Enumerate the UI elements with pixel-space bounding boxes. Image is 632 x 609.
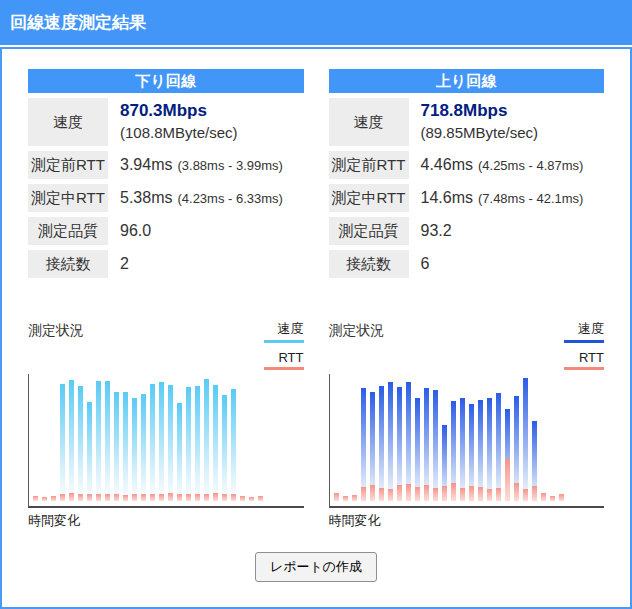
chart-slot — [505, 374, 510, 506]
chart-slot — [541, 374, 546, 506]
chart-slot — [204, 374, 209, 506]
chart-slot — [222, 374, 227, 506]
rtt-bar — [424, 485, 429, 501]
panel-upload: 上り回線速度718.8Mbps(89.85MByte/sec)測定前RTT4.4… — [329, 69, 605, 530]
speed-bar — [379, 386, 384, 504]
speed-bar — [150, 384, 155, 504]
rtt-bar — [249, 497, 254, 501]
chart-slot — [397, 374, 402, 506]
rtt-bar — [195, 494, 200, 501]
rtt-bar — [141, 494, 146, 501]
rtt-bar — [487, 489, 492, 501]
rtt-bar — [505, 459, 510, 501]
rtt-bar — [442, 486, 447, 501]
chart-slot — [424, 374, 429, 506]
stat-value: 14.6ms(7.48ms - 42.1ms) — [409, 184, 584, 212]
chart-slot — [496, 374, 501, 506]
stat-row: 速度870.3Mbps(108.8MByte/sec) — [28, 98, 304, 146]
rtt-bar — [550, 496, 555, 501]
chart-slot — [60, 374, 65, 506]
rtt-bar — [186, 494, 191, 501]
result-columns: 下り回線速度870.3Mbps(108.8MByte/sec)測定前RTT3.9… — [2, 49, 630, 530]
stat-label: 速度 — [329, 98, 409, 146]
stat-label: 速度 — [28, 98, 108, 146]
rtt-bar — [42, 497, 47, 501]
stat-label: 測定中RTT — [28, 184, 108, 212]
chart-slot — [559, 374, 564, 506]
legend-item: RTT — [564, 350, 604, 370]
rtt-bar — [123, 495, 128, 501]
speed-bar — [177, 403, 182, 504]
stat-value: 6 — [409, 250, 430, 278]
stat-main-value: 5.38ms — [120, 189, 172, 207]
stat-range-value: (4.23ms - 6.33ms) — [177, 191, 282, 206]
title-bar: 回線速度測定結果 — [0, 0, 632, 45]
rtt-bar — [532, 486, 537, 501]
content-panel: 下り回線速度870.3Mbps(108.8MByte/sec)測定前RTT3.9… — [0, 47, 632, 609]
chart-slot — [69, 374, 74, 506]
rtt-bar — [204, 494, 209, 501]
chart-slot — [195, 374, 200, 506]
rtt-bar — [559, 494, 564, 501]
legend-color-bar — [264, 367, 304, 370]
rtt-bar — [361, 487, 366, 501]
stat-row: 測定前RTT4.46ms(4.25ms - 4.87ms) — [329, 151, 605, 179]
chart-slot — [379, 374, 384, 506]
rtt-bar — [33, 496, 38, 501]
chart-slot — [523, 374, 528, 506]
chart-slot — [96, 374, 101, 506]
chart-slot — [231, 374, 236, 506]
rtt-bar — [177, 494, 182, 501]
rtt-bar — [240, 496, 245, 501]
chart-slot — [352, 374, 357, 506]
chart-slot — [433, 374, 438, 506]
stat-main-value: 2 — [120, 255, 129, 273]
rtt-bar — [496, 488, 501, 501]
rtt-bar — [132, 494, 137, 501]
chart-slot — [361, 374, 366, 506]
speed-bar — [168, 385, 173, 504]
speed-bar — [60, 384, 65, 504]
speed-bar — [523, 378, 528, 504]
speed-bar — [186, 387, 191, 504]
rtt-bar — [51, 496, 56, 501]
rtt-bar — [397, 485, 402, 501]
rtt-bar — [343, 496, 348, 501]
chart-slot — [334, 374, 339, 506]
chart-slot — [42, 374, 47, 506]
panel-download: 下り回線速度870.3Mbps(108.8MByte/sec)測定前RTT3.9… — [28, 69, 304, 530]
chart-slot — [114, 374, 119, 506]
rtt-bar — [451, 483, 456, 501]
rtt-bar — [523, 489, 528, 501]
create-report-button[interactable]: レポートの作成 — [255, 552, 377, 582]
chart-slot — [123, 374, 128, 506]
chart-slot — [370, 374, 375, 506]
chart-slot — [550, 374, 555, 506]
rtt-bar — [159, 494, 164, 501]
stat-row: 速度718.8Mbps(89.85MByte/sec) — [329, 98, 605, 146]
rtt-bar — [168, 493, 173, 501]
rtt-bar — [69, 493, 74, 501]
stat-main-value: 14.6ms — [421, 189, 473, 207]
chart-slot — [406, 374, 411, 506]
stat-row: 測定中RTT5.38ms(4.23ms - 6.33ms) — [28, 184, 304, 212]
chart-x-label: 時間変化 — [28, 512, 304, 530]
rtt-bar — [469, 486, 474, 501]
speed-bar — [78, 386, 83, 504]
chart-slot — [159, 374, 164, 506]
rtt-bar — [478, 487, 483, 501]
chart-slot — [177, 374, 182, 506]
page-title: 回線速度測定結果 — [10, 11, 146, 34]
chart-slot — [186, 374, 191, 506]
chart-x-label: 時間変化 — [329, 512, 605, 530]
speed-bar — [141, 394, 146, 504]
speed-bar — [114, 392, 119, 504]
stat-label: 測定品質 — [28, 217, 108, 245]
stat-value: 718.8Mbps(89.85MByte/sec) — [409, 98, 539, 146]
stats-table: 速度718.8Mbps(89.85MByte/sec)測定前RTT4.46ms(… — [329, 98, 605, 278]
chart-slot — [33, 374, 38, 506]
chart-legend: 速度RTT — [564, 320, 604, 370]
legend-color-bar — [564, 367, 604, 370]
legend-label: RTT — [278, 350, 303, 365]
chart-slot — [487, 374, 492, 506]
